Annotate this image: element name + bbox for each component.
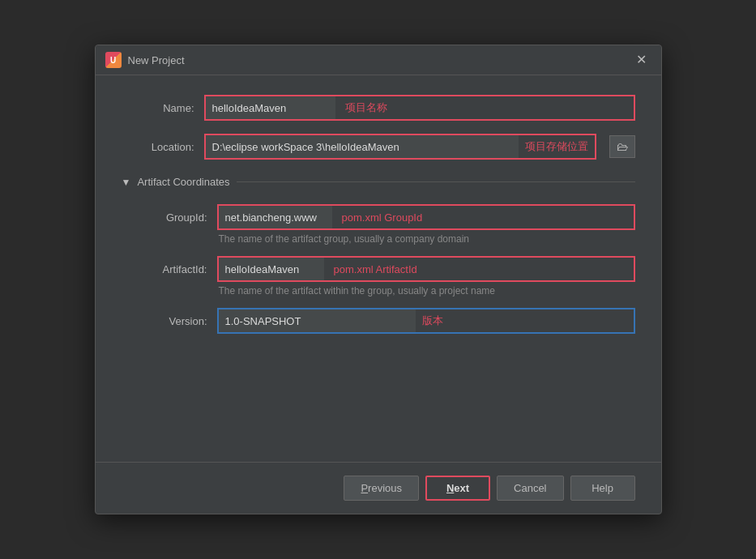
name-label: Name:: [122, 102, 194, 114]
dialog-title: New Project: [128, 54, 185, 66]
location-label: Location:: [122, 141, 194, 153]
dialog-footer: Previous Next Cancel Help: [96, 462, 661, 514]
artifactid-label: ArtifactId:: [135, 263, 207, 275]
previous-button[interactable]: Previous: [344, 476, 419, 501]
section-divider: ▼ Artifact Coordinates: [122, 176, 635, 188]
help-button[interactable]: Help: [570, 476, 635, 501]
artifactid-hint: The name of the artifact within the grou…: [135, 285, 635, 297]
groupid-input-group: pom.xml GroupId: [217, 204, 635, 230]
version-input-wrapper: 版本: [217, 308, 635, 334]
collapse-arrow-icon[interactable]: ▼: [122, 177, 131, 188]
location-input[interactable]: [206, 135, 519, 158]
groupid-label: GroupId:: [135, 211, 207, 224]
section-title: Artifact Coordinates: [137, 176, 229, 188]
groupid-hint: The name of the artifact group, usually …: [135, 233, 635, 245]
next-label: Next: [446, 482, 469, 494]
location-input-group: 项目存储位置: [204, 134, 596, 160]
version-input[interactable]: [219, 309, 416, 332]
version-annotation: 版本: [416, 314, 450, 328]
app-icon-letter: U: [110, 56, 116, 65]
name-annotation: 项目名称: [335, 100, 397, 115]
groupid-row: GroupId: pom.xml GroupId The name of the…: [135, 204, 635, 245]
close-button[interactable]: ✕: [631, 52, 651, 68]
next-button[interactable]: Next: [425, 476, 490, 501]
artifactid-input[interactable]: [219, 258, 324, 280]
folder-button[interactable]: 🗁: [609, 135, 635, 158]
groupid-input[interactable]: [219, 206, 332, 228]
version-label: Version:: [135, 315, 207, 327]
divider-line: [237, 181, 635, 182]
artifactid-input-group: pom.xml ArtifactId: [217, 256, 635, 282]
groupid-annotation: pom.xml GroupId: [332, 211, 433, 224]
dialog-body: Name: 项目名称 Location: 项目存储位置 🗁 ▼ Artifact…: [96, 75, 661, 462]
name-input-group: 项目名称: [204, 95, 635, 121]
location-row: Location: 项目存储位置 🗁: [122, 134, 635, 160]
title-bar: U New Project ✕: [96, 45, 661, 75]
title-left: U New Project: [105, 52, 185, 68]
name-row: Name: 项目名称: [122, 95, 635, 121]
artifactid-row: ArtifactId: pom.xml ArtifactId The name …: [135, 256, 635, 297]
name-input[interactable]: [206, 96, 335, 119]
artifactid-input-row: ArtifactId: pom.xml ArtifactId: [135, 256, 635, 282]
location-annotation: 项目存储位置: [519, 139, 595, 154]
app-icon: U: [105, 52, 122, 68]
previous-label: Previous: [361, 482, 402, 494]
cancel-button[interactable]: Cancel: [497, 476, 563, 501]
new-project-dialog: U New Project ✕ Name: 项目名称 Location: 项目存…: [95, 45, 662, 514]
artifactid-annotation: pom.xml ArtifactId: [324, 263, 427, 275]
version-row: Version: 版本: [135, 308, 635, 334]
groupid-input-row: GroupId: pom.xml GroupId: [135, 204, 635, 230]
artifact-section: GroupId: pom.xml GroupId The name of the…: [122, 204, 635, 334]
